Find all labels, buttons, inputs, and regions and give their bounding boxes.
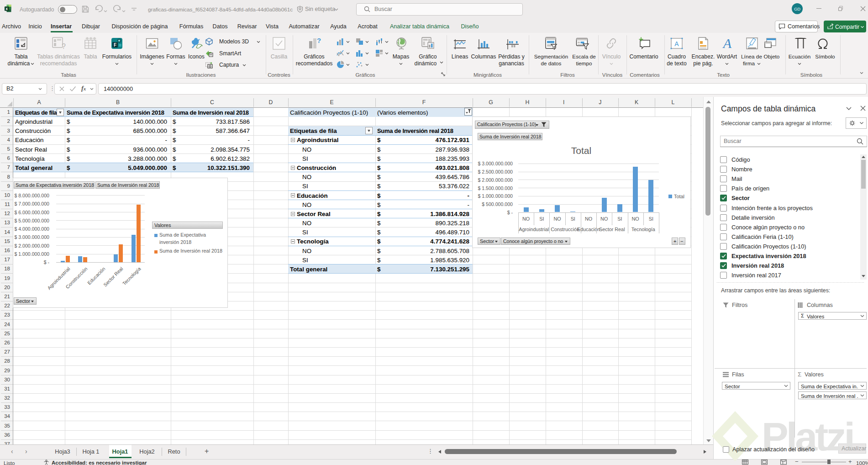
svg-text:F: F <box>114 42 116 48</box>
svg-text:?: ? <box>62 42 66 50</box>
svg-text:?: ? <box>317 37 321 44</box>
svg-text:A: A <box>722 36 732 51</box>
svg-text:A: A <box>674 40 679 48</box>
svg-text:x: x <box>5 6 8 11</box>
